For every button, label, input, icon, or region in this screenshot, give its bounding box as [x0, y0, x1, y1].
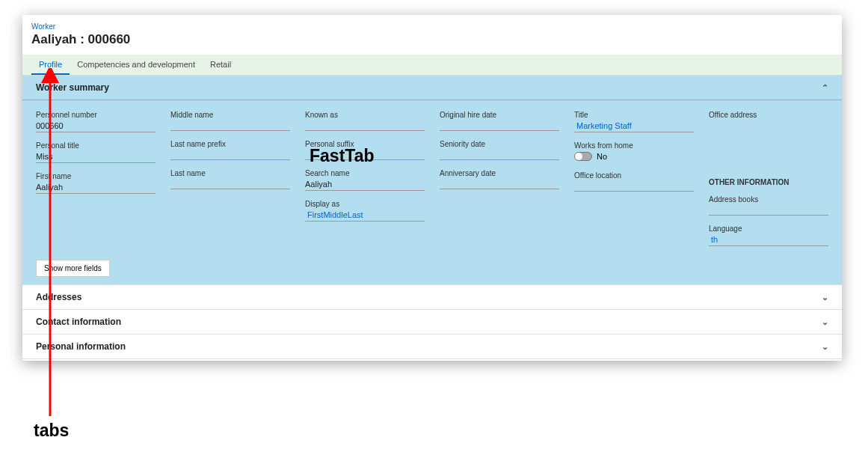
- fasttab-header-addresses[interactable]: Addresses ⌄: [22, 285, 842, 309]
- value-last-name[interactable]: [170, 178, 290, 189]
- field-first-name: First name Aaliyah: [36, 172, 156, 194]
- value-personal-title[interactable]: Miss: [36, 150, 156, 163]
- toggle-works-from-home[interactable]: No: [574, 150, 694, 162]
- value-title[interactable]: Marketing Staff: [574, 120, 694, 132]
- label-personal-title: Personal title: [36, 141, 156, 150]
- field-title: Title Marketing Staff: [574, 111, 694, 132]
- chevron-down-icon: ⌄: [822, 317, 828, 327]
- label-language: Language: [709, 225, 828, 233]
- value-original-hire-date[interactable]: [440, 120, 559, 131]
- annotation-label-tabs: tabs: [34, 421, 69, 441]
- fasttab-title-addresses: Addresses: [36, 292, 81, 302]
- value-last-name-prefix[interactable]: [170, 149, 290, 160]
- chevron-up-icon: ⌃: [822, 83, 828, 93]
- column-3: Known as Personal suffix Search name Aal…: [305, 111, 425, 246]
- fasttab-body-worker-summary: Personnel number 000660 Personal title M…: [22, 100, 842, 254]
- fasttab-addresses: Addresses ⌄: [22, 285, 842, 310]
- label-address-books: Address books: [709, 195, 828, 204]
- label-title: Title: [574, 111, 694, 119]
- value-known-as[interactable]: [305, 120, 425, 131]
- fasttab-more: [22, 359, 842, 360]
- value-seniority-date[interactable]: [440, 149, 559, 160]
- label-first-name: First name: [36, 172, 156, 180]
- value-office-location[interactable]: [574, 180, 694, 192]
- label-original-hire-date: Original hire date: [440, 111, 559, 119]
- value-display-as[interactable]: FirstMiddleLast: [305, 209, 425, 222]
- fasttab-worker-summary: Worker summary ⌃ Personnel number 000660…: [22, 76, 842, 285]
- label-middle-name: Middle name: [170, 111, 290, 119]
- label-last-name: Last name: [170, 169, 290, 177]
- label-personnel-number: Personnel number: [36, 111, 156, 119]
- chevron-down-icon: ⌄: [822, 342, 828, 352]
- show-more-wrap: Show more fields: [22, 254, 842, 284]
- fasttab-contact-information: Contact information ⌄: [22, 310, 842, 335]
- value-first-name[interactable]: Aaliyah: [36, 181, 156, 194]
- field-seniority-date: Seniority date: [440, 140, 559, 160]
- value-anniversary-date[interactable]: [440, 178, 559, 189]
- field-personal-title: Personal title Miss: [36, 141, 156, 163]
- label-seniority-date: Seniority date: [440, 140, 559, 148]
- column-4: Original hire date Seniority date Annive…: [440, 111, 559, 246]
- label-office-address: Office address: [709, 111, 828, 119]
- tab-profile[interactable]: Profile: [31, 55, 70, 75]
- tab-retail[interactable]: Retail: [203, 55, 238, 75]
- breadcrumb[interactable]: Worker: [22, 15, 842, 32]
- field-original-hire-date: Original hire date: [440, 111, 559, 131]
- column-5: Title Marketing Staff Works from home No…: [574, 111, 694, 246]
- fasttab-header-worker-summary[interactable]: Worker summary ⌃: [22, 76, 842, 100]
- field-personnel-number: Personnel number 000660: [36, 111, 156, 132]
- field-last-name-prefix: Last name prefix: [170, 140, 290, 160]
- field-known-as: Known as: [305, 111, 425, 131]
- column-6: Office address OTHER INFORMATION Address…: [709, 111, 828, 246]
- label-anniversary-date: Anniversary date: [440, 169, 559, 177]
- fasttab-title: Worker summary: [36, 82, 109, 93]
- value-address-books[interactable]: [709, 204, 828, 216]
- label-office-location: Office location: [574, 171, 694, 180]
- label-last-name-prefix: Last name prefix: [170, 140, 290, 148]
- column-1: Personnel number 000660 Personal title M…: [36, 111, 156, 246]
- fasttab-header-personal[interactable]: Personal information ⌄: [22, 335, 842, 358]
- column-2: Middle name Last name prefix Last name: [170, 111, 290, 246]
- toggle-value: No: [597, 152, 607, 161]
- toggle-thumb: [575, 153, 582, 160]
- label-search-name: Search name: [305, 169, 425, 177]
- worker-form-window: Worker Aaliyah : 000660 Profile Competen…: [22, 15, 842, 361]
- field-middle-name: Middle name: [170, 111, 290, 131]
- toggle-track: [574, 152, 592, 161]
- fasttab-title-personal: Personal information: [36, 341, 126, 352]
- value-office-address[interactable]: [709, 120, 828, 165]
- show-more-fields-button[interactable]: Show more fields: [36, 260, 110, 277]
- field-last-name: Last name: [170, 169, 290, 189]
- field-language: Language th: [709, 225, 828, 246]
- content-area[interactable]: Worker summary ⌃ Personnel number 000660…: [22, 76, 842, 360]
- tab-competencies[interactable]: Competencies and development: [70, 55, 203, 75]
- section-other-information: OTHER INFORMATION: [709, 178, 828, 186]
- value-middle-name[interactable]: [170, 120, 290, 131]
- page-title: Aaliyah : 000660: [22, 32, 842, 55]
- field-search-name: Search name Aaliyah: [305, 169, 425, 191]
- label-known-as: Known as: [305, 111, 425, 119]
- fasttab-header-more[interactable]: [22, 359, 842, 360]
- field-office-location: Office location: [574, 171, 694, 192]
- field-office-address: Office address: [709, 111, 828, 165]
- value-personnel-number[interactable]: 000660: [36, 120, 156, 132]
- value-language[interactable]: th: [709, 233, 828, 246]
- field-address-books: Address books: [709, 195, 828, 216]
- annotation-label-fasttab: FastTab: [310, 146, 374, 166]
- fasttab-header-contact[interactable]: Contact information ⌄: [22, 310, 842, 334]
- label-works-from-home: Works from home: [574, 141, 694, 150]
- fasttab-title-contact: Contact information: [36, 317, 121, 327]
- field-display-as: Display as FirstMiddleLast: [305, 200, 425, 222]
- field-works-from-home: Works from home No: [574, 141, 694, 162]
- field-anniversary-date: Anniversary date: [440, 169, 559, 189]
- value-search-name[interactable]: Aaliyah: [305, 178, 425, 191]
- chevron-down-icon: ⌄: [822, 293, 828, 302]
- tab-bar: Profile Competencies and development Ret…: [22, 55, 842, 76]
- fasttab-personal-information: Personal information ⌄: [22, 335, 842, 359]
- label-display-as: Display as: [305, 200, 425, 208]
